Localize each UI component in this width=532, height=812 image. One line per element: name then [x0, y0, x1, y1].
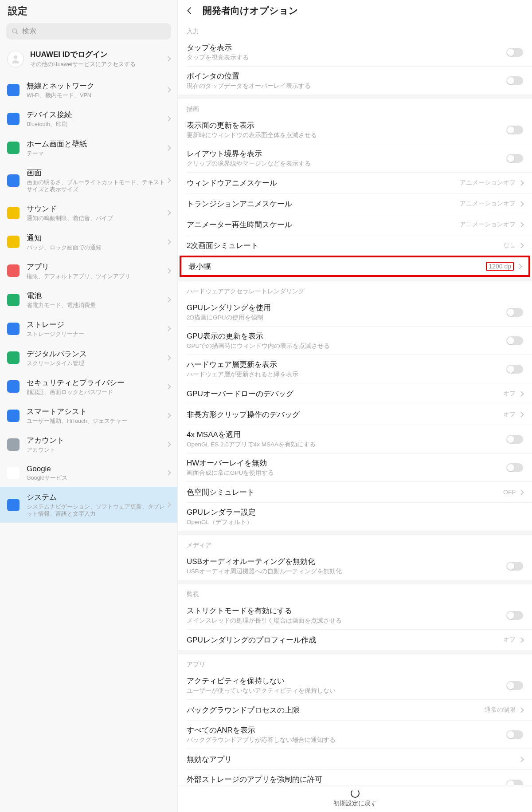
- sidebar-item-5[interactable]: 通知 バッジ、ロック画面での通知: [0, 228, 177, 256]
- sidebar-icon: [7, 467, 20, 479]
- row-value: なし: [503, 241, 516, 249]
- search-input[interactable]: 検索: [6, 23, 171, 39]
- toggle-switch[interactable]: [506, 730, 523, 739]
- chevron-right-icon: [165, 384, 171, 390]
- toggle-switch[interactable]: [506, 365, 523, 374]
- reset-defaults-button[interactable]: 初期設定に戻す: [178, 785, 532, 812]
- sidebar-item-9[interactable]: デジタルバランス スクリーンタイム管理: [0, 343, 177, 372]
- setting-row[interactable]: 色空間シミュレート OFF: [178, 482, 532, 502]
- setting-row[interactable]: 非長方形クリップ操作のデバッグ オフ: [178, 404, 532, 425]
- sidebar-item-sub: ユーザー補助、HiTouch、ジェスチャー: [27, 418, 166, 425]
- avatar-icon: [7, 51, 24, 67]
- sidebar-item-1[interactable]: デバイス接続 Bluetooth、印刷: [0, 104, 177, 133]
- row-title: 最小幅: [188, 261, 486, 272]
- sidebar-item-11[interactable]: スマートアシスト ユーザー補助、HiTouch、ジェスチャー: [0, 401, 177, 430]
- setting-row[interactable]: アニメーター再生時間スケール アニメーションオフ: [178, 214, 532, 235]
- sidebar-item-10[interactable]: セキュリティとプライバシー 顔認証、画面ロックとパスワード: [0, 372, 177, 401]
- setting-row[interactable]: GPUレンダラー設定 OpenGL（デフォルト）: [178, 503, 532, 531]
- sidebar-item-sub: Bluetooth、印刷: [27, 121, 166, 128]
- back-button[interactable]: [185, 6, 195, 16]
- chevron-right-icon: [165, 502, 171, 508]
- setting-row[interactable]: 2次画面シミュレート なし: [178, 235, 532, 256]
- row-title: 非長方形クリップ操作のデバッグ: [187, 410, 503, 420]
- sidebar-icon: [7, 207, 20, 219]
- profile-title: HUAWEI IDでログイン: [30, 49, 166, 59]
- toggle-switch[interactable]: [506, 126, 523, 134]
- sidebar-item-14[interactable]: システム システムナビゲーション、ソフトウェア更新、タブレット情報、言語と文字入…: [0, 487, 177, 523]
- toggle-switch[interactable]: [506, 463, 523, 472]
- row-title: ウィンドウアニメスケール: [187, 178, 460, 188]
- setting-row[interactable]: 外部ストレージのアプリを強制的に許可 マニフェストの値に関係なく、アプリから外部…: [178, 770, 532, 785]
- setting-row[interactable]: HWオーバーレイを無効 画面合成に常にGPUを使用する: [178, 453, 532, 481]
- row-title: ハードウェア層更新を表示: [187, 359, 506, 370]
- sidebar-icon: [7, 410, 20, 422]
- toggle-switch[interactable]: [506, 780, 523, 785]
- setting-row[interactable]: バックグラウンドプロセスの上限 通常の制限: [178, 700, 532, 720]
- sidebar-item-label: 通知: [27, 233, 166, 243]
- sidebar-item-sub: ストレージクリーナー: [27, 331, 166, 338]
- row-sub: バックグラウンドアプリが応答しない場合に通知する: [187, 736, 506, 744]
- toggle-switch[interactable]: [506, 154, 523, 163]
- toggle-switch[interactable]: [506, 611, 523, 620]
- toggle-switch[interactable]: [506, 681, 523, 690]
- setting-row[interactable]: レイアウト境界を表示 クリップの境界線やマージンなどを表示する: [178, 144, 532, 172]
- setting-row[interactable]: GPUレンダリングを使用 2D描画にGPUの使用を強制: [178, 298, 532, 326]
- toggle-switch[interactable]: [506, 336, 523, 345]
- setting-row[interactable]: タップを表示 タップを視覚表示する: [178, 38, 532, 66]
- chevron-right-icon: [518, 243, 524, 248]
- row-title: 2次画面シミュレート: [187, 240, 503, 251]
- setting-row[interactable]: GPUオーバードローのデバッグ オフ: [178, 383, 532, 404]
- toggle-switch[interactable]: [506, 308, 523, 317]
- setting-row[interactable]: 表示面の更新を表示 更新時にウィンドウの表示面全体を点滅させる: [178, 116, 532, 144]
- sidebar-item-label: 電池: [27, 291, 166, 301]
- row-sub: 2D描画にGPUの使用を強制: [187, 314, 506, 322]
- setting-row[interactable]: トランジションアニメスケール アニメーションオフ: [178, 193, 532, 214]
- sidebar-item-4[interactable]: サウンド 通知の鳴動制限、着信音、バイブ: [0, 198, 177, 227]
- sidebar-item-2[interactable]: ホーム画面と壁紙 テーマ: [0, 134, 177, 162]
- setting-row[interactable]: ポインタの位置 現在のタップデータをオーバーレイ表示する: [178, 67, 532, 95]
- setting-row[interactable]: 4x MSAAを適用 OpenGL ES 2.0アプリで4x MSAAを有効にす…: [178, 425, 532, 453]
- setting-row[interactable]: 無効なアプリ: [178, 749, 532, 769]
- setting-row[interactable]: GPUレンダリングのプロフィール作成 オフ: [178, 630, 532, 650]
- sidebar-item-12[interactable]: アカウント アカウント: [0, 430, 177, 459]
- row-title: USBオーディオルーティングを無効化: [187, 556, 506, 567]
- sidebar-item-7[interactable]: 電池 省電力モード、電池消費量: [0, 285, 177, 314]
- setting-row[interactable]: USBオーディオルーティングを無効化 USBオーディオ周辺機器への自動ルーティン…: [178, 552, 532, 580]
- profile-sub: その他のHuaweiサービスにアクセスする: [30, 60, 166, 68]
- row-sub: クリップの境界線やマージンなどを表示する: [187, 160, 506, 168]
- chevron-right-icon: [165, 326, 171, 332]
- row-title: GPUレンダリングのプロフィール作成: [187, 635, 503, 645]
- setting-row[interactable]: すべてのANRを表示 バックグラウンドアプリが応答しない場合に通知する: [178, 721, 532, 749]
- sidebar-item-0[interactable]: 無線とネットワーク Wi-Fi、機内モード、VPN: [0, 75, 177, 104]
- sidebar-item-13[interactable]: Google Googleサービス: [0, 459, 177, 487]
- setting-row[interactable]: アクティビティを保持しない ユーザーが使っていないアクティビティを保持しない: [178, 671, 532, 699]
- sidebar-icon: [7, 236, 20, 248]
- sidebar-item-3[interactable]: 画面 画面の明るさ、ブルーライトカットモード、テキストサイズと表示サイズ: [0, 162, 177, 199]
- sidebar-icon: [7, 84, 20, 96]
- setting-row[interactable]: ウィンドウアニメスケール アニメーションオフ: [178, 173, 532, 193]
- row-title: アニメーター再生時間スケール: [187, 220, 460, 230]
- chevron-right-icon: [165, 210, 171, 216]
- setting-row[interactable]: GPU表示の更新を表示 GPUでの描画時にウィンドウ内の表示を点滅させる: [178, 327, 532, 355]
- row-title: すべてのANRを表示: [187, 725, 506, 735]
- row-sub: 画面合成に常にGPUを使用する: [187, 469, 506, 477]
- row-title: バックグラウンドプロセスの上限: [187, 705, 485, 715]
- toggle-switch[interactable]: [506, 435, 523, 444]
- setting-row[interactable]: ストリクトモードを有効にする メインスレッドの処理が長引く場合は画面を点滅させる: [178, 601, 532, 629]
- row-title: タップを表示: [187, 43, 506, 53]
- sidebar-icon: [7, 294, 20, 306]
- row-sub: OpenGL（デフォルト）: [187, 518, 523, 526]
- setting-row[interactable]: 最小幅 1200 dp: [180, 256, 530, 277]
- sidebar-item-8[interactable]: ストレージ ストレージクリーナー: [0, 314, 177, 343]
- chevron-right-icon: [518, 412, 524, 418]
- toggle-switch[interactable]: [506, 48, 523, 57]
- row-title: ポインタの位置: [187, 71, 506, 81]
- sidebar-item-6[interactable]: アプリ 権限、デフォルトアプリ、ツインアプリ: [0, 256, 177, 285]
- sidebar-item-sub: スクリーンタイム管理: [27, 360, 166, 367]
- sidebar-item-label: デジタルバランス: [27, 349, 166, 359]
- toggle-switch[interactable]: [506, 562, 523, 571]
- setting-row[interactable]: ハードウェア層更新を表示 ハードウェア層が更新されると緑を表示: [178, 355, 532, 383]
- sidebar-icon: [7, 113, 20, 125]
- toggle-switch[interactable]: [506, 76, 523, 85]
- huawei-id-login[interactable]: HUAWEI IDでログイン その他のHuaweiサービスにアクセスする: [0, 45, 177, 75]
